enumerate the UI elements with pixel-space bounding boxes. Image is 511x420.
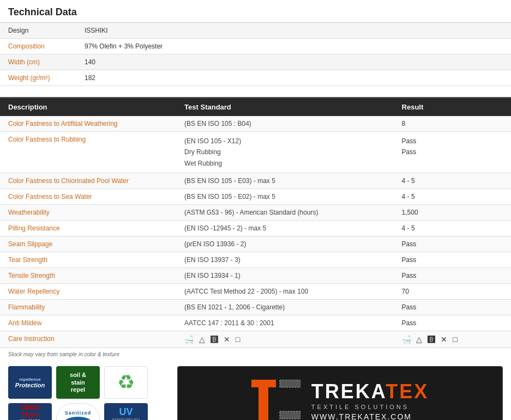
table-row: Water Repellency(AATCC Test Method 22 - … bbox=[0, 284, 511, 300]
uv-text: UV bbox=[119, 406, 133, 418]
test-table: Description Test Standard Result Color F… bbox=[0, 97, 511, 348]
test-standard-2: (BS EN ISO 105 - E03) - max 5 bbox=[176, 173, 393, 189]
test-standard-11: AATCC 147 : 2011 & 30 : 2001 bbox=[176, 315, 393, 331]
col-header-standard: Test Standard bbox=[176, 98, 393, 116]
stock-note: Stock may vary from sample in color & te… bbox=[0, 348, 511, 361]
repellency-text2: Protection bbox=[15, 382, 45, 388]
logos-row-top: repellence Protection soil &stainrepel ♻ bbox=[8, 366, 169, 399]
oeko-text: OEKOTEX® bbox=[20, 404, 39, 419]
test-result-8: Pass bbox=[394, 268, 511, 284]
soil-badge: soil &stainrepel bbox=[56, 366, 100, 399]
test-description-5: Pilling Resistance bbox=[0, 221, 176, 236]
test-result-5: 4 - 5 bbox=[394, 221, 511, 236]
test-standard-9: (AATCC Test Method 22 - 2005) - max 100 bbox=[176, 284, 393, 300]
trekatex-name: TREKATEX bbox=[311, 382, 429, 401]
table-row: Color Fastness to Sea Water(BS EN ISO 10… bbox=[0, 189, 511, 205]
basic-info-label-2: Width (cm) bbox=[0, 54, 76, 70]
test-standard-1: (EN ISO 105 - X12)Dry RubbingWet Rubbing bbox=[176, 132, 393, 173]
repellency-badge: repellence Protection bbox=[8, 366, 52, 399]
test-standard-8: (EN ISO 13934 - 1) bbox=[176, 268, 393, 284]
test-description-3: Color Fastness to Sea Water bbox=[0, 189, 176, 205]
table-row: Color Fastness to Artifitial Weathering(… bbox=[0, 116, 511, 132]
trekatex-inner: TREKATEX TEXTILE SOLUTIONS WWW.TREKATEX.… bbox=[251, 380, 429, 420]
svg-rect-1 bbox=[258, 387, 268, 420]
table-row: Care Instruction🛁 △ 🅱 ✕ □🛁 △ 🅱 ✕ □ bbox=[0, 331, 511, 348]
test-standard-3: (BS EN ISO 105 - E02) - max 5 bbox=[176, 189, 393, 205]
repellency-text1: repellence bbox=[19, 377, 41, 382]
table-row: Tensile Strength(EN ISO 13934 - 1)Pass bbox=[0, 268, 511, 284]
col-header-result: Result bbox=[394, 98, 511, 116]
test-description-1: Color Fastness to Rubbing bbox=[0, 132, 176, 173]
col-header-description: Description bbox=[0, 98, 176, 116]
test-description-9: Water Repellency bbox=[0, 284, 176, 300]
logos-left: repellence Protection soil &stainrepel ♻… bbox=[8, 366, 169, 420]
test-result-12: 🛁 △ 🅱 ✕ □ bbox=[394, 331, 511, 348]
basic-info-value-3: 182 bbox=[76, 70, 511, 86]
svg-rect-0 bbox=[251, 380, 276, 387]
bottom-section: repellence Protection soil &stainrepel ♻… bbox=[0, 361, 511, 420]
uv-badge: UV STANDARD 801 80 bbox=[104, 403, 148, 420]
svg-rect-2 bbox=[280, 380, 300, 387]
test-result-2: 4 - 5 bbox=[394, 173, 511, 189]
test-description-8: Tensile Strength bbox=[0, 268, 176, 284]
test-standard-4: (ASTM G53 - 96) - American Standard (hou… bbox=[176, 205, 393, 221]
test-result-9: 70 bbox=[394, 284, 511, 300]
test-standard-12: 🛁 △ 🅱 ✕ □ bbox=[176, 331, 393, 348]
sanitized-badge: Sanitized bbox=[56, 403, 100, 420]
care-symbols-standard: 🛁 △ 🅱 ✕ □ bbox=[184, 335, 242, 344]
sanitized-text: Sanitized bbox=[64, 410, 92, 420]
table-row: Color Fastness to Chlorinated Pool Water… bbox=[0, 173, 511, 189]
logos-row-bottom: OEKOTEX® STANDARD 100 STANDARD 0015-0730… bbox=[8, 403, 169, 420]
trekatex-text-block: TREKATEX TEXTILE SOLUTIONS WWW.TREKATEX.… bbox=[311, 382, 429, 420]
oeko-badge: OEKOTEX® STANDARD 100 STANDARD 0015-0730… bbox=[8, 403, 52, 420]
trekatex-name-treka: TREKA bbox=[311, 380, 386, 403]
test-standard-6: (prEN ISO 13936 - 2) bbox=[176, 236, 393, 252]
test-description-0: Color Fastness to Artifitial Weathering bbox=[0, 116, 176, 132]
test-result-11: Pass bbox=[394, 315, 511, 331]
test-standard-7: (EN ISO 13937 - 3) bbox=[176, 252, 393, 268]
test-result-3: 4 - 5 bbox=[394, 189, 511, 205]
test-description-4: Weatherability bbox=[0, 205, 176, 221]
table-row: Color Fastness to Rubbing(EN ISO 105 - X… bbox=[0, 132, 511, 173]
table-row: Flammability(BS EN 1021 - 1, 2006 - Ciga… bbox=[0, 300, 511, 315]
trekatex-subtitle: TEXTILE SOLUTIONS bbox=[311, 404, 429, 410]
trekatex-box: TREKATEX TEXTILE SOLUTIONS WWW.TREKATEX.… bbox=[177, 366, 503, 420]
test-result-0: 8 bbox=[394, 116, 511, 132]
test-result-4: 1,500 bbox=[394, 205, 511, 221]
page-title: Technical Data bbox=[0, 0, 511, 22]
recycle-icon: ♻ bbox=[117, 371, 135, 394]
table-row: Seam Slippage(prEN ISO 13936 - 2)Pass bbox=[0, 236, 511, 252]
test-standard-5: (EN ISO -12945 - 2) - max 5 bbox=[176, 221, 393, 236]
test-description-2: Color Fastness to Chlorinated Pool Water bbox=[0, 173, 176, 189]
basic-info-value-2: 140 bbox=[76, 54, 511, 70]
table-row: Weatherability(ASTM G53 - 96) - American… bbox=[0, 205, 511, 221]
basic-info-label-3: Weight (gr/m²) bbox=[0, 70, 76, 86]
basic-info-label-1: Composition bbox=[0, 39, 76, 54]
test-standard-10: (BS EN 1021 - 1, 2006 - Cigarette) bbox=[176, 300, 393, 315]
test-description-12: Care Instruction bbox=[0, 331, 176, 348]
test-result-7: Pass bbox=[394, 252, 511, 268]
basic-info-label-0: Design bbox=[0, 23, 76, 39]
test-description-6: Seam Slippage bbox=[0, 236, 176, 252]
table-row: Pilling Resistance(EN ISO -12945 - 2) - … bbox=[0, 221, 511, 236]
test-description-11: Anti Mildew bbox=[0, 315, 176, 331]
basic-info-table: DesignISSHIKIComposition97% Olefin + 3% … bbox=[0, 22, 511, 86]
svg-rect-3 bbox=[280, 411, 300, 419]
trekatex-url: WWW.TREKATEX.COM bbox=[311, 412, 429, 420]
test-result-1: PassPass bbox=[394, 132, 511, 173]
trekatex-name-tex: TEX bbox=[386, 380, 429, 403]
test-result-6: Pass bbox=[394, 236, 511, 252]
table-row: Anti MildewAATCC 147 : 2011 & 30 : 2001P… bbox=[0, 315, 511, 331]
recycle-badge: ♻ bbox=[104, 366, 148, 399]
test-result-10: Pass bbox=[394, 300, 511, 315]
trekatex-svg-logo bbox=[251, 380, 300, 420]
trekatex-logo bbox=[251, 380, 300, 420]
soil-text: soil &stainrepel bbox=[70, 372, 86, 393]
test-description-7: Tear Strength bbox=[0, 252, 176, 268]
uv-standard: STANDARD 801 bbox=[112, 418, 140, 420]
test-standard-0: (BS EN ISO 105 : B04) bbox=[176, 116, 393, 132]
basic-info-value-0: ISSHIKI bbox=[76, 23, 511, 39]
table-row: Tear Strength(EN ISO 13937 - 3)Pass bbox=[0, 252, 511, 268]
basic-info-value-1: 97% Olefin + 3% Polyester bbox=[76, 39, 511, 54]
care-symbols-result: 🛁 △ 🅱 ✕ □ bbox=[402, 335, 459, 344]
